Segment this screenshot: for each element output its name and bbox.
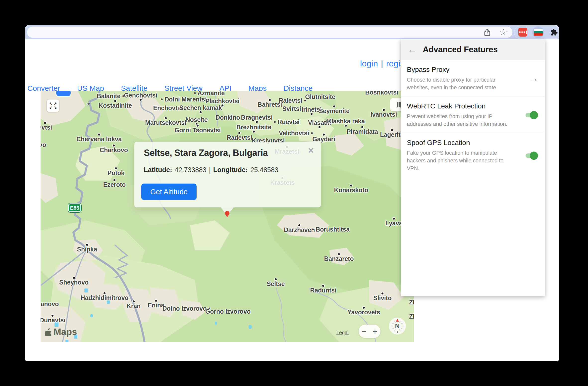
map-town-label: Glutnitsite [305,93,335,100]
map-town-dot [311,113,313,115]
map-town-label: Banzareto [324,255,354,262]
zoom-in-button[interactable]: + [373,327,377,336]
map-town-dot [363,307,365,309]
feature-description: Prevent websites from using your IP addr… [407,113,510,128]
toggle-spoof-gps-location[interactable] [526,153,537,158]
panel-header: ← Advanced Features [401,39,545,60]
get-altitude-button[interactable]: Get Altitude [141,184,197,200]
map-town-label: Lagerite [380,131,404,138]
map-town-dot [98,134,100,136]
compass-control[interactable]: N [388,317,406,336]
bar [526,31,527,34]
map-town-label: Raduntsi [310,287,336,294]
map-town-label: Charkovo [100,146,128,154]
browser-window: ☆ login | registe [25,25,559,361]
map-town-label: Potok [107,169,124,177]
latitude-value: 42.733883 [175,166,207,174]
map-town-label: • Dolni Marentsi [161,96,207,103]
arrow-right-icon[interactable]: → [530,73,538,84]
feature-title: Spoof GPS Location [407,139,510,147]
map-town-dot [350,185,352,187]
map-town-label: Hadzhidimitrovo [81,294,129,301]
map-town-dot [256,121,258,123]
map-town-label: Gorni Tsonevtsi [174,127,220,134]
vpn-extension-flag-icon[interactable] [532,26,544,38]
map-town-label: Ralevtsi • [279,97,306,104]
map-town-label: Gorno Izvorovo [205,308,251,315]
map-town-dot [322,285,324,287]
bulgaria-flag [534,29,543,36]
map-town-label: Zh [409,299,414,306]
map-town-label: vo [41,141,46,148]
map-town-label: yanovo [41,300,59,308]
fullscreen-button[interactable]: ↖ ↗ ↙ ↘ [47,99,59,112]
extension-popup: ← Advanced Features Bypass ProxyChoose t… [401,39,545,296]
map-town-label: Piramidata [347,128,378,135]
extensions-puzzle-icon[interactable] [549,27,559,37]
feature-text: Bypass ProxyChoose to disable proxy for … [407,66,510,92]
zoom-out-button[interactable]: − [362,327,367,336]
bookmark-star-icon[interactable]: ☆ [498,27,508,37]
feature-row-spoof-gps-location[interactable]: Spoof GPS LocationFake your GPS location… [401,133,545,177]
feature-description: Fake your GPS location to manipulate hac… [407,149,510,172]
map-town-label: Velchovtsi • [279,130,313,137]
map-town-dot [269,99,271,101]
map-town-dot [140,99,142,101]
feature-title: Bypass Proxy [407,66,510,74]
map-town-label: Sechen kamak [179,104,222,111]
map-town-dot [73,277,75,279]
map-town-label: Ezeroto [103,181,126,188]
map-town-label: Kran [127,302,141,310]
map-town-dot [86,244,88,246]
toggle-knob [530,111,538,119]
map-town-dot [391,129,393,131]
map-town-label: Zh [409,313,414,320]
map-town-label: Balanite • [97,93,124,100]
map-town-label: Slivito [373,294,392,302]
feature-title: WebRTC Leak Protection [407,102,510,110]
legal-link[interactable]: Legal [336,330,349,336]
feature-row-bypass-proxy[interactable]: Bypass ProxyChoose to disable proxy for … [401,60,545,97]
map-town-label: Klashka reka [327,118,365,125]
map-town-dot [133,300,135,302]
map-town-label: Enina [148,302,164,309]
map-town-dot [393,218,395,220]
feature-row-webrtc-leak-protection[interactable]: WebRTC Leak ProtectionPrevent websites f… [401,97,545,133]
map-town-label: Dolno Izvorovo • [162,305,210,312]
close-icon[interactable]: × [308,145,314,155]
map-town-dot [338,253,340,255]
map-town-dot [333,105,335,107]
map-town-label: Boshkovtsi [365,91,398,96]
map-town-dot [319,126,321,128]
map-town-dot [114,100,116,102]
location-popup: Seltse, Stara Zagora, Bulgaria × Latitud… [134,142,321,207]
map-town-label: Konarskoto [334,187,368,194]
privacy-extension-icon[interactable] [518,28,527,37]
map-town-dot [113,145,115,146]
map-town-label: Irinetsi [302,106,321,113]
map-town-dot [165,117,167,119]
map-pin-icon[interactable] [225,211,230,218]
screen: ☆ login | registe [0,0,588,386]
browser-toolbar: ☆ [25,25,559,39]
map-attribution: Maps [44,327,77,337]
map-town-label: Noseite [186,116,208,123]
address-bar[interactable] [27,27,512,38]
map-town-label: Seltse [267,280,285,288]
dot [521,31,523,33]
map-town-dot [383,109,385,111]
coords-divider: | [209,166,211,174]
map-canvas[interactable]: Balanite •GenchovtsiKostadinite• Azmanit… [41,91,414,342]
map-town-label: Marutsekovtsi [145,119,186,126]
map-town-label: Genchovtsi [124,92,157,99]
back-arrow-icon[interactable]: ← [407,45,417,54]
compass-north-label: N [395,322,400,330]
share-icon[interactable] [482,28,492,37]
login-link[interactable]: login [360,59,378,68]
map-town-label: Plachkovtsi [206,97,240,105]
toggle-webrtc-leak-protection[interactable] [526,113,537,117]
map-town-dot [197,125,199,127]
feature-list: Bypass ProxyChoose to disable proxy for … [401,60,545,177]
latitude-label: Latitude: [144,166,172,174]
map-town-label: Bahretsi [258,101,282,108]
